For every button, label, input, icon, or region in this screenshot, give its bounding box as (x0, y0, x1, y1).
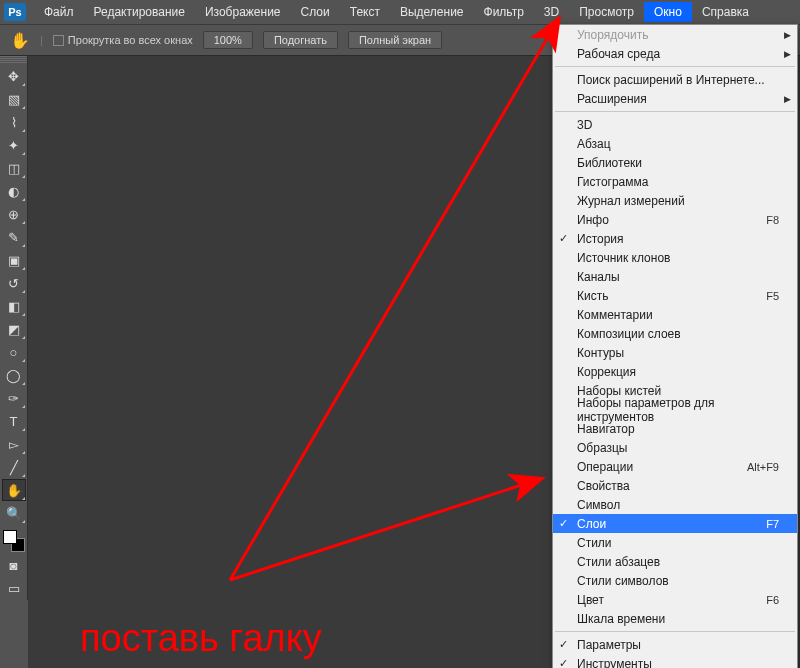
eraser-tool[interactable]: ◧ (2, 295, 26, 317)
menuitem-label: Параметры (577, 638, 641, 652)
menuitem-поиск-расширений-в-интернете...[interactable]: Поиск расширений в Интернете... (553, 70, 797, 89)
menu-окно[interactable]: Окно (644, 2, 692, 22)
color-swatches[interactable] (3, 530, 25, 552)
gradient-tool[interactable]: ◩ (2, 318, 26, 340)
menuitem-label: Операции (577, 460, 633, 474)
menu-3d[interactable]: 3D (534, 2, 569, 22)
menu-фильтр[interactable]: Фильтр (474, 2, 534, 22)
menu-слои[interactable]: Слои (291, 2, 340, 22)
menuitem-инфо[interactable]: ИнфоF8 (553, 210, 797, 229)
dodge-tool[interactable]: ◯ (2, 364, 26, 386)
type-tool[interactable]: T (2, 410, 26, 432)
move-tool[interactable]: ✥ (2, 65, 26, 87)
menuitem-коррекция[interactable]: Коррекция (553, 362, 797, 381)
menuitem-наборы-параметров-для-инструментов[interactable]: Наборы параметров для инструментов (553, 400, 797, 419)
submenu-arrow-icon: ▶ (784, 94, 791, 104)
annotation-text: поставь галку (80, 617, 322, 660)
scroll-all-windows-checkbox[interactable]: Прокрутка во всех окнах (53, 34, 193, 47)
menuitem-label: Гистограмма (577, 175, 648, 189)
menuitem-история[interactable]: ✓История (553, 229, 797, 248)
fullscreen-button[interactable]: Полный экран (348, 31, 442, 49)
menuitem-label: Образцы (577, 441, 627, 455)
menuitem-label: Комментарии (577, 308, 653, 322)
menu-separator (555, 66, 795, 67)
menuitem-label: Источник клонов (577, 251, 670, 265)
check-icon: ✓ (559, 517, 568, 530)
path-select-tool[interactable]: ▻ (2, 433, 26, 455)
menuitem-цвет[interactable]: ЦветF6 (553, 590, 797, 609)
menuitem-символ[interactable]: Символ (553, 495, 797, 514)
menuitem-гистограмма[interactable]: Гистограмма (553, 172, 797, 191)
shortcut-label: F5 (754, 290, 779, 302)
zoom-tool[interactable]: 🔍 (2, 502, 26, 524)
menuitem-образцы[interactable]: Образцы (553, 438, 797, 457)
pen-tool[interactable]: ✑ (2, 387, 26, 409)
menu-просмотр[interactable]: Просмотр (569, 2, 644, 22)
shortcut-label: F7 (754, 518, 779, 530)
check-icon: ✓ (559, 638, 568, 651)
menuitem-расширения[interactable]: Расширения▶ (553, 89, 797, 108)
menuitem-рабочая-среда[interactable]: Рабочая среда▶ (553, 44, 797, 63)
lasso-tool[interactable]: ⌇ (2, 111, 26, 133)
menuitem-label: Библиотеки (577, 156, 642, 170)
menuitem-label: Расширения (577, 92, 647, 106)
menuitem-навигатор[interactable]: Навигатор (553, 419, 797, 438)
menuitem-параметры[interactable]: ✓Параметры (553, 635, 797, 654)
window-menu-dropdown[interactable]: Упорядочить▶Рабочая среда▶Поиск расширен… (552, 24, 798, 668)
healing-brush-tool[interactable]: ⊕ (2, 203, 26, 225)
menuitem-журнал-измерений[interactable]: Журнал измерений (553, 191, 797, 210)
menuitem-источник-клонов[interactable]: Источник клонов (553, 248, 797, 267)
menuitem-label: Инструменты (577, 657, 652, 669)
menuitem-label: Символ (577, 498, 620, 512)
menuitem-инструменты[interactable]: ✓Инструменты (553, 654, 797, 668)
menuitem-3d[interactable]: 3D (553, 115, 797, 134)
menuitem-стили-символов[interactable]: Стили символов (553, 571, 797, 590)
menu-изображение[interactable]: Изображение (195, 2, 291, 22)
eyedropper-tool[interactable]: ◐ (2, 180, 26, 202)
hand-tool[interactable]: ✋ (2, 479, 26, 501)
menuitem-комментарии[interactable]: Комментарии (553, 305, 797, 324)
menuitem-стили-абзацев[interactable]: Стили абзацев (553, 552, 797, 571)
history-brush-tool[interactable]: ↺ (2, 272, 26, 294)
foreground-swatch[interactable] (3, 530, 17, 544)
menuitem-label: 3D (577, 118, 592, 132)
menuitem-слои[interactable]: ✓СлоиF7 (553, 514, 797, 533)
menu-текст[interactable]: Текст (340, 2, 390, 22)
menuitem-кисть[interactable]: КистьF5 (553, 286, 797, 305)
menuitem-композиции-слоев[interactable]: Композиции слоев (553, 324, 797, 343)
menuitem-шкала-времени[interactable]: Шкала времени (553, 609, 797, 628)
menuitem-label: Контуры (577, 346, 624, 360)
menuitem-label: Поиск расширений в Интернете... (577, 73, 765, 87)
magic-wand-tool[interactable]: ✦ (2, 134, 26, 156)
toolbox-gripper[interactable] (0, 56, 27, 64)
menu-редактирование[interactable]: Редактирование (84, 2, 195, 22)
menuitem-контуры[interactable]: Контуры (553, 343, 797, 362)
brush-tool[interactable]: ✎ (2, 226, 26, 248)
menuitem-свойства[interactable]: Свойства (553, 476, 797, 495)
menuitem-операции[interactable]: ОперацииAlt+F9 (553, 457, 797, 476)
menuitem-абзац[interactable]: Абзац (553, 134, 797, 153)
zoom-100-button[interactable]: 100% (203, 31, 253, 49)
blur-tool[interactable]: ○ (2, 341, 26, 363)
crop-tool[interactable]: ◫ (2, 157, 26, 179)
fit-button[interactable]: Подогнать (263, 31, 338, 49)
menuitem-label: Стили (577, 536, 612, 550)
shortcut-label: F8 (754, 214, 779, 226)
quick-mask-toggle[interactable]: ◙ (2, 554, 26, 576)
menuitem-стили[interactable]: Стили (553, 533, 797, 552)
menuitem-каналы[interactable]: Каналы (553, 267, 797, 286)
menuitem-библиотеки[interactable]: Библиотеки (553, 153, 797, 172)
rect-marquee-tool[interactable]: ▧ (2, 88, 26, 110)
submenu-arrow-icon: ▶ (784, 30, 791, 40)
clone-stamp-tool[interactable]: ▣ (2, 249, 26, 271)
menuitem-label: Цвет (577, 593, 604, 607)
menu-separator (555, 631, 795, 632)
menu-справка[interactable]: Справка (692, 2, 759, 22)
menuitem-label: Стили абзацев (577, 555, 660, 569)
menu-выделение[interactable]: Выделение (390, 2, 474, 22)
menu-файл[interactable]: Файл (34, 2, 84, 22)
menuitem-label: Шкала времени (577, 612, 665, 626)
line-tool[interactable]: ╱ (2, 456, 26, 478)
screen-mode-toggle[interactable]: ▭ (2, 577, 26, 599)
menuitem-label: Рабочая среда (577, 47, 660, 61)
